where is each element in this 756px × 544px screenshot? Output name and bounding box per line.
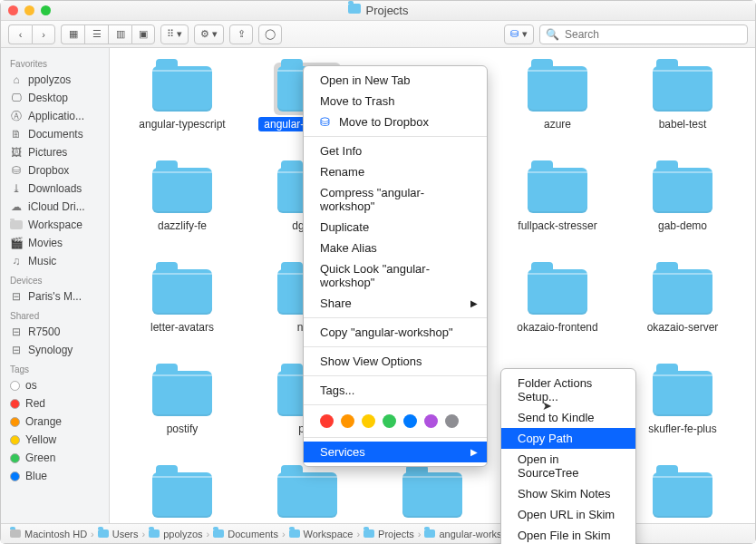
sidebar-item[interactable]: ⤓Downloads <box>1 180 109 198</box>
sidebar-item[interactable]: ⊟Synology <box>1 341 109 359</box>
icon-view-button[interactable]: ▦ <box>61 24 84 44</box>
sidebar-item[interactable]: 🖼Pictures <box>1 143 109 161</box>
back-button[interactable]: ‹ <box>8 24 32 44</box>
submenu-item[interactable]: Open File in Skim <box>501 525 635 544</box>
sidebar-item[interactable]: Red <box>1 394 109 413</box>
sidebar-item[interactable]: ♫Music <box>1 252 109 270</box>
forward-button[interactable]: › <box>32 24 55 44</box>
folder-item[interactable]: skufler-fe-plus <box>625 371 741 436</box>
gallery-view-button[interactable]: ▣ <box>131 24 155 44</box>
folder-item[interactable]: angular-typescript <box>124 66 240 131</box>
folder-item[interactable]: dazzlify-fe <box>124 168 240 233</box>
arrange-button[interactable]: ⠿ ▾ <box>160 24 189 44</box>
sidebar-item-label: Documents <box>28 128 83 141</box>
folder-item[interactable]: typeshot-fe <box>374 472 490 525</box>
sidebar-item[interactable]: ⌂ppolyzos <box>1 71 109 89</box>
submenu-item[interactable]: Folder Actions Setup... <box>501 373 635 407</box>
sidebar-item-label: Workspace <box>28 219 82 231</box>
sidebar-item[interactable]: ⊟R7500 <box>1 323 109 341</box>
menu-item[interactable]: Services▶ <box>304 442 487 462</box>
folder-icon <box>424 529 435 538</box>
column-view-button[interactable]: ▥ <box>108 24 131 44</box>
sidebar-item[interactable]: Green <box>1 449 109 467</box>
search-input[interactable] <box>565 28 741 41</box>
submenu-item[interactable]: Copy Path <box>501 428 635 449</box>
menu-item[interactable]: Copy "angular-workshop" <box>304 322 487 343</box>
folder-icon <box>653 168 712 213</box>
menu-item-label: Rename <box>320 165 364 179</box>
sidebar-item[interactable]: Workspace <box>1 216 109 234</box>
tag-color-swatch[interactable] <box>445 414 459 428</box>
menu-item[interactable]: Duplicate <box>304 217 487 238</box>
path-segment[interactable]: Projects <box>363 529 414 539</box>
folder-item[interactable]: okazaio-server <box>625 269 741 335</box>
zoom-button[interactable] <box>41 5 51 15</box>
cloud-icon: ☁ <box>10 201 23 212</box>
dropbox-button[interactable]: ⛁ ▾ <box>504 24 534 44</box>
menu-item[interactable]: Quick Look "angular-workshop" <box>304 258 487 293</box>
path-segment[interactable]: ppolyzos <box>149 529 202 539</box>
action-button[interactable]: ⚙ ▾ <box>194 24 224 44</box>
sidebar-item[interactable]: Orange <box>1 413 109 431</box>
folder-label: gab-demo <box>653 219 712 233</box>
sidebar-item[interactable]: ⛁Dropbox <box>1 161 109 180</box>
menu-item[interactable]: Move to Trash <box>304 91 487 112</box>
folder-item[interactable]: letter-avatars <box>124 269 240 335</box>
sidebar-item[interactable]: Blue <box>1 467 109 485</box>
path-segment[interactable]: Users <box>98 529 139 539</box>
sidebar-item[interactable]: 🎬Movies <box>1 234 109 252</box>
tag-color-swatch[interactable] <box>383 414 396 428</box>
search-field[interactable]: 🔍 <box>539 24 748 44</box>
path-segment[interactable]: Documents <box>213 529 278 539</box>
list-view-button[interactable]: ☰ <box>84 24 108 44</box>
sidebar-item[interactable]: os <box>1 376 109 394</box>
menu-item[interactable]: Share▶ <box>304 293 487 314</box>
folder-label: azure <box>538 117 577 131</box>
sidebar-item[interactable]: 🖵Desktop <box>1 89 109 107</box>
folder-item[interactable]: gab-demo <box>625 168 741 233</box>
menu-item[interactable]: Show View Options <box>304 351 487 372</box>
tags-button[interactable]: ◯ <box>258 24 282 44</box>
folder-item[interactable]: webpack <box>625 472 741 525</box>
folder-item[interactable]: postify <box>124 371 240 436</box>
path-segment[interactable]: Macintosh HD <box>10 529 87 539</box>
submenu-item[interactable]: Open URL in Skim <box>501 504 635 525</box>
menu-item[interactable]: ⛁Move to Dropbox <box>304 112 487 132</box>
menu-item[interactable]: Tags... <box>304 380 487 401</box>
folder-item[interactable]: azure <box>499 66 615 131</box>
desktop-icon: 🖵 <box>10 92 23 103</box>
sidebar-item[interactable]: ⒶApplicatio... <box>1 107 109 125</box>
minimize-button[interactable] <box>24 5 34 15</box>
sidebar-item[interactable]: ☁iCloud Dri... <box>1 198 109 216</box>
menu-item[interactable]: Make Alias <box>304 238 487 258</box>
share-button[interactable]: ⇪ <box>229 24 253 44</box>
submenu-item[interactable]: Open in SourceTree <box>501 449 635 483</box>
tag-color-swatch[interactable] <box>424 414 438 428</box>
submenu-item[interactable]: Send to Kindle <box>501 407 635 428</box>
sidebar-item[interactable]: 🗎Documents <box>1 125 109 143</box>
chevron-right-icon: › <box>356 529 360 539</box>
tag-color-swatch[interactable] <box>320 414 334 428</box>
close-button[interactable] <box>8 5 18 15</box>
titlebar: Projects <box>1 1 755 21</box>
menu-item[interactable]: Get Info <box>304 141 487 161</box>
folder-item[interactable]: test <box>124 472 240 525</box>
tag-color-swatch[interactable] <box>341 414 354 428</box>
menu-item[interactable]: Open in New Tab <box>304 70 487 91</box>
disk-icon: ⊟ <box>10 326 23 337</box>
folder-item[interactable]: test2 <box>249 472 365 525</box>
menu-item[interactable]: Rename <box>304 161 487 182</box>
folder-item[interactable]: babel-test <box>625 66 741 131</box>
dropbox-icon: ⛁ <box>320 115 330 129</box>
path-segment[interactable]: Workspace <box>289 529 354 539</box>
submenu-item[interactable]: Show Skim Notes <box>501 483 635 504</box>
tag-color-swatch[interactable] <box>362 414 375 428</box>
dropbox-icon: ⛁ <box>10 165 23 176</box>
submenu-item-label: Open URL in Skim <box>518 508 615 521</box>
tag-color-swatch[interactable] <box>403 414 417 428</box>
sidebar-item[interactable]: Yellow <box>1 431 109 449</box>
sidebar-item[interactable]: ⊟Paris's M... <box>1 287 109 306</box>
folder-item[interactable]: fullpack-stresser <box>499 168 615 233</box>
folder-item[interactable]: okazaio-frontend <box>499 269 615 335</box>
menu-item[interactable]: Compress "angular-workshop" <box>304 182 487 217</box>
